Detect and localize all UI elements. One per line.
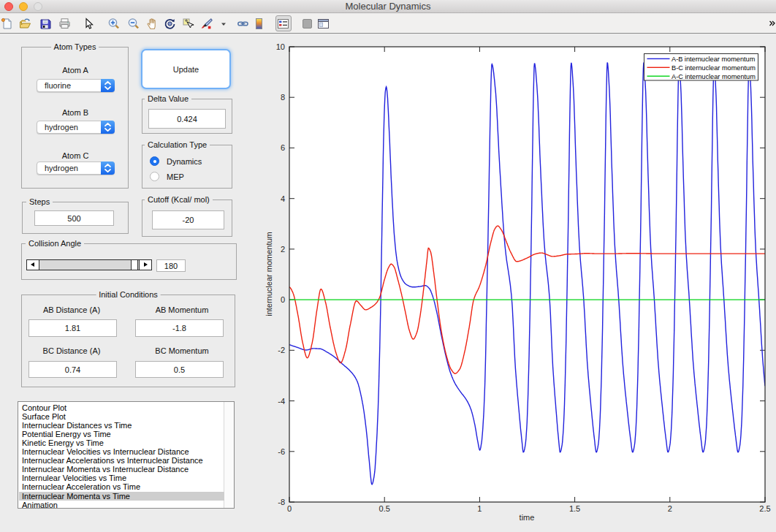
svg-text:2: 2 xyxy=(668,504,672,513)
svg-text:1: 1 xyxy=(477,504,482,513)
svg-text:6: 6 xyxy=(281,143,285,152)
svg-text:10: 10 xyxy=(276,42,285,51)
svg-text:4: 4 xyxy=(281,194,285,203)
svg-text:2.5: 2.5 xyxy=(759,504,770,513)
svg-text:internuclear momentum: internuclear momentum xyxy=(265,232,273,316)
svg-text:8: 8 xyxy=(281,93,285,102)
svg-text:-4: -4 xyxy=(278,397,285,406)
svg-text:-8: -8 xyxy=(278,498,285,506)
svg-text:0: 0 xyxy=(281,295,285,304)
svg-text:0.5: 0.5 xyxy=(379,504,390,513)
svg-text:B-C internuclear momentum: B-C internuclear momentum xyxy=(672,64,756,72)
svg-text:A-B internuclear momentum: A-B internuclear momentum xyxy=(672,56,756,63)
svg-text:time: time xyxy=(520,513,535,522)
svg-text:1.5: 1.5 xyxy=(569,504,580,513)
svg-text:0: 0 xyxy=(287,504,292,513)
svg-text:-6: -6 xyxy=(278,447,285,456)
svg-text:A-C internuclear momentum: A-C internuclear momentum xyxy=(672,73,756,80)
svg-text:2: 2 xyxy=(281,245,285,254)
svg-text:-2: -2 xyxy=(278,346,285,354)
